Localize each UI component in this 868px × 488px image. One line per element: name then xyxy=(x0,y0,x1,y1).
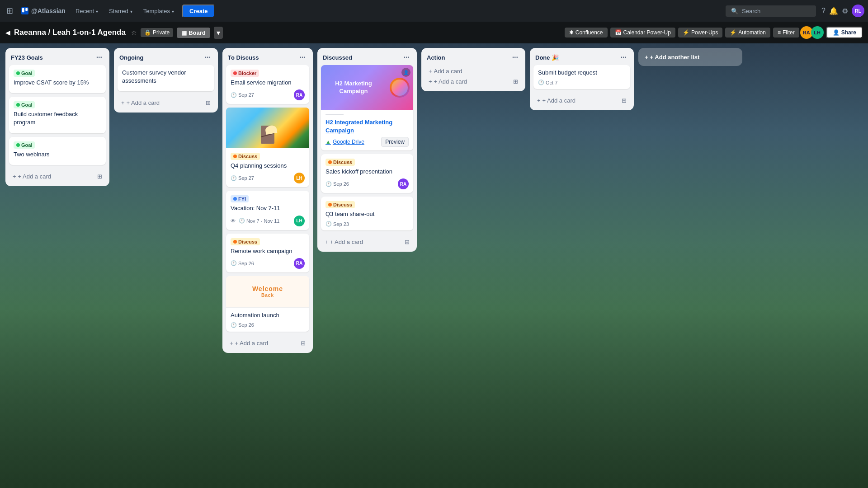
column-done: Done 🎉 ··· Submit budget request 🕐Oct 7 … xyxy=(530,48,634,110)
add-label: + Add a card xyxy=(542,97,576,104)
card-remote-work[interactable]: Discuss Remote work campaign 🕐Sep 26 RA xyxy=(226,234,309,272)
card-h2-campaign[interactable]: H2 Marketing Campaign 👤 H2 Integrated Ma… xyxy=(321,65,413,150)
column-header-to-discuss: To Discuss ··· xyxy=(222,48,313,65)
settings-icon[interactable]: ⚙ xyxy=(842,7,848,15)
board-view-btn[interactable]: ▦ Board xyxy=(177,28,210,38)
add-icon: + xyxy=(537,97,541,104)
create-button[interactable]: Create xyxy=(182,5,215,18)
add-list-label: + Add another list xyxy=(650,54,700,61)
h2-campaign-link[interactable]: H2 Integrated Marketing Campaign xyxy=(326,119,392,134)
add-card-to-discuss[interactable]: + + Add a card ⊞ xyxy=(226,337,309,349)
column-cards-to-discuss: Blocker Email service migration 🕐Sep 27 … xyxy=(222,65,313,335)
calendar-icon: 📅 xyxy=(615,29,622,36)
column-menu-fy23-goals[interactable]: ··· xyxy=(94,52,104,62)
svg-rect-1 xyxy=(22,8,24,12)
card-automation-launch[interactable]: Welcome Back Automation launch 🕐Sep 26 xyxy=(226,276,309,332)
add-card-fy23-goals[interactable]: + + Add a card ⊞ xyxy=(9,170,106,183)
card-build-feedback[interactable]: Goal Build customer feedback program xyxy=(9,97,106,133)
column-menu-to-discuss[interactable]: ··· xyxy=(298,52,307,62)
card-title: Vacation: Nov 7-11 xyxy=(231,204,305,212)
confluence-btn[interactable]: ✱ Confluence xyxy=(565,28,608,38)
clock-icon: 🕐 xyxy=(231,322,237,328)
apps-grid-icon[interactable]: ⊞ xyxy=(4,4,16,18)
column-menu-action[interactable]: ··· xyxy=(510,52,520,62)
card-title: Automation launch xyxy=(231,311,305,319)
nav-right-icons: ? 🔔 ⚙ RL xyxy=(821,5,864,17)
automation-btn[interactable]: ⚡ Automation xyxy=(725,28,770,38)
notifications-icon[interactable]: 🔔 xyxy=(829,7,838,15)
card-sales-kickoff[interactable]: Discuss Sales kickoff presentation 🕐Sep … xyxy=(321,154,413,193)
clock-icon: 🕐 xyxy=(231,260,237,266)
svg-rect-2 xyxy=(25,8,28,11)
column-header-action: Action ··· xyxy=(421,48,525,65)
card-submit-budget[interactable]: Submit budget request 🕐Oct 7 xyxy=(533,65,630,89)
column-header-ongoing: Ongoing ··· xyxy=(114,48,218,65)
sidebar-toggle-icon[interactable]: ◀ xyxy=(5,29,10,36)
card-tag: Blocker xyxy=(238,70,256,76)
board-icon: ▦ xyxy=(181,29,187,36)
card-q3-team-share[interactable]: Discuss Q3 team share-out 🕐Sep 23 xyxy=(321,197,413,230)
preview-button[interactable]: Preview xyxy=(381,137,409,147)
card-date: Sep 26 xyxy=(238,322,254,328)
template-icon: ⊞ xyxy=(206,99,211,106)
h2-cover-title: H2 Marketing Campaign xyxy=(326,80,382,95)
card-title: Q3 team share-out xyxy=(326,210,409,218)
calendar-powerup-btn[interactable]: 📅 Calendar Power-Up xyxy=(610,28,675,38)
view-dropdown-icon[interactable]: ▾ xyxy=(214,27,223,39)
recent-label: Recent xyxy=(75,8,94,14)
gdrive-link[interactable]: ▲ Google Drive xyxy=(326,139,364,145)
powerups-icon: ⚡ xyxy=(683,29,689,36)
column-menu-ongoing[interactable]: ··· xyxy=(203,52,212,62)
add-icon: + xyxy=(429,78,432,85)
nav-recent[interactable]: Recent xyxy=(71,6,103,16)
card-title: Sales kickoff presentation xyxy=(326,168,409,176)
filter-btn[interactable]: ≡ Filter xyxy=(773,28,799,38)
trello-logo[interactable]: @Atlassian xyxy=(18,5,69,16)
nav-starred[interactable]: Starred xyxy=(104,6,137,16)
column-header-discussed: Discussed ··· xyxy=(317,48,417,65)
add-label: + Add a card xyxy=(434,78,467,85)
card-improve-csat[interactable]: Goal Improve CSAT score by 15% xyxy=(9,65,106,93)
column-title-done: Done 🎉 xyxy=(535,54,559,61)
card-two-webinars[interactable]: Goal Two webinars xyxy=(9,137,106,165)
card-avatar: LH xyxy=(294,173,305,183)
column-ongoing: Ongoing ··· Customer survey vendor asses… xyxy=(114,48,218,113)
add-label: + Add a card xyxy=(235,340,268,347)
powerups-btn[interactable]: ⚡ Power-Ups xyxy=(678,28,722,38)
star-icon[interactable]: ☆ xyxy=(131,29,137,36)
board-header-right: ✱ Confluence 📅 Calendar Power-Up ⚡ Power… xyxy=(565,26,863,39)
board-header: ◀ Raeanna / Leah 1-on-1 Agenda ☆ 🔒 Priva… xyxy=(0,22,868,43)
add-card-ongoing[interactable]: + + Add a card ⊞ xyxy=(118,97,214,109)
column-menu-discussed[interactable]: ··· xyxy=(402,52,411,62)
member-avatar-2[interactable]: LH xyxy=(811,26,824,39)
card-q4-planning[interactable]: Discuss Q4 planning sessions 🕐Sep 27 LH xyxy=(226,108,309,187)
column-title-discussed: Discussed xyxy=(323,54,352,61)
card-avatar: RA xyxy=(398,178,409,189)
card-title: Submit budget request xyxy=(538,69,626,77)
add-card-action[interactable]: + + Add a card ⊞ xyxy=(425,75,522,88)
card-email-migration[interactable]: Blocker Email service migration 🕐Sep 27 … xyxy=(226,65,309,104)
help-icon[interactable]: ? xyxy=(821,7,826,15)
add-another-list-btn[interactable]: + + Add another list xyxy=(638,48,742,66)
add-icon: + xyxy=(230,340,233,347)
visibility-badge[interactable]: 🔒 Private xyxy=(141,28,173,37)
clock-icon: 🕐 xyxy=(231,92,237,98)
card-tag: Discuss xyxy=(333,202,352,207)
calendar-label: Calendar Power-Up xyxy=(623,29,671,36)
clock-icon: 🕐 xyxy=(538,80,544,85)
confluence-icon: ✱ xyxy=(569,29,574,36)
column-menu-done[interactable]: ··· xyxy=(619,52,628,62)
search-box[interactable]: 🔍 Search xyxy=(726,5,816,17)
nav-templates[interactable]: Templates xyxy=(139,6,179,16)
card-date: Sep 27 xyxy=(238,175,254,181)
column-discussed: Discussed ··· H2 Marketing Campaign 👤 xyxy=(317,48,417,252)
card-vacation[interactable]: FYI Vacation: Nov 7-11 👁🕐Nov 7 - Nov 11 … xyxy=(226,191,309,230)
card-customer-survey[interactable]: Customer survey vendor assessments xyxy=(118,65,214,91)
add-card-done[interactable]: + + Add a card ⊞ xyxy=(533,94,630,107)
template-icon: ⊞ xyxy=(405,239,410,245)
user-avatar[interactable]: RL xyxy=(852,5,864,17)
card-title: Two webinars xyxy=(14,150,101,159)
share-button[interactable]: 👤 Share xyxy=(826,27,863,38)
add-card-discussed[interactable]: + + Add a card ⊞ xyxy=(321,236,413,248)
clock-icon: 🕐 xyxy=(326,181,332,187)
